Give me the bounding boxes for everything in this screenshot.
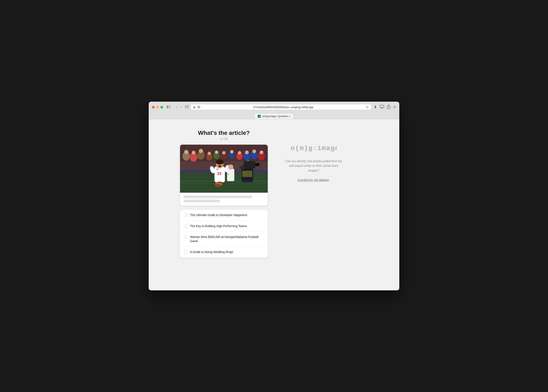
radio-2[interactable] (184, 224, 188, 228)
brand-section: o(m)g:image Can you identify real articl… (285, 130, 343, 182)
address-bar-icons (193, 106, 201, 109)
article-image: 23 G (180, 145, 268, 193)
tab-favicon: N (258, 115, 261, 118)
sidebar-icon (167, 105, 171, 108)
browser-window: ‹ › (149, 102, 399, 290)
new-tab-icon[interactable]: + (393, 104, 396, 110)
svg-text:23: 23 (217, 172, 221, 176)
address-bar[interactable]: 6732e92ed0f902000836b5aa--omgimg.netlify… (191, 104, 371, 110)
radio-3[interactable] (184, 235, 188, 239)
choice-item[interactable]: The Ultimate Guide to Developer Happines… (180, 210, 268, 221)
share-icon[interactable] (387, 105, 390, 110)
svg-rect-6 (185, 107, 187, 107)
minimize-button[interactable] (156, 106, 159, 109)
svg-rect-17 (381, 108, 383, 108)
svg-point-39 (222, 151, 226, 154)
svg-rect-7 (185, 108, 187, 108)
close-button[interactable] (152, 106, 155, 109)
image-card: 23 G (180, 145, 268, 206)
svg-point-37 (215, 150, 218, 154)
back-button[interactable]: ‹ (175, 105, 178, 109)
svg-point-27 (199, 149, 203, 153)
choice-text-3: Woman Wins $500,000 at Georgia/Alabama F… (190, 235, 264, 243)
eye-icon (197, 106, 201, 109)
page-content: What's the article? 1 / 10 (149, 119, 399, 290)
reload-button[interactable]: ↻ (366, 105, 369, 109)
title-bar: ‹ › (149, 102, 399, 119)
svg-rect-68 (291, 142, 337, 153)
content-layout: What's the article? 1 / 10 (180, 130, 368, 258)
caption-line-2 (183, 200, 220, 202)
svg-rect-3 (169, 108, 171, 108)
svg-rect-16 (381, 108, 383, 108)
svg-rect-0 (167, 105, 168, 108)
tab-bar: N o(m)g:image | Question 1 (152, 112, 396, 119)
forward-button[interactable]: › (180, 105, 182, 109)
radio-1[interactable] (184, 213, 188, 217)
svg-point-54 (228, 164, 233, 169)
toolbar-right: ⬇ + (374, 104, 396, 110)
brand-logo-svg: o(m)g:image (291, 142, 337, 153)
svg-rect-2 (169, 107, 171, 107)
choice-item[interactable]: Woman Wins $500,000 at Georgia/Alabama F… (180, 232, 268, 247)
svg-point-33 (260, 150, 263, 154)
fullscreen-button[interactable] (160, 106, 163, 109)
svg-point-29 (245, 150, 249, 154)
quiz-section: What's the article? 1 / 10 (180, 130, 268, 258)
traffic-lights (152, 106, 163, 109)
lock-icon (193, 106, 196, 109)
screen-share-icon[interactable] (380, 105, 384, 109)
tab-title: o(m)g:image | Question 1 (262, 115, 290, 118)
svg-rect-11 (187, 108, 189, 108)
choice-text-2: The Key to Building High-Performing Team… (190, 224, 247, 228)
svg-text:G: G (217, 168, 218, 171)
quiz-title: What's the article? (180, 130, 268, 136)
svg-rect-63 (240, 167, 245, 169)
svg-rect-9 (187, 106, 189, 106)
svg-point-49 (216, 160, 224, 164)
svg-rect-1 (169, 105, 171, 106)
svg-rect-60 (244, 160, 248, 162)
svg-rect-12 (194, 107, 195, 108)
brand-description-text: Can you identify real articles pulled fr… (285, 160, 342, 172)
brand-description: Can you identify real articles pulled fr… (285, 159, 343, 182)
brand-link[interactable]: A project by Jim Nielsen (298, 178, 329, 182)
choices-card: The Ultimate Guide to Developer Happines… (180, 210, 268, 258)
svg-point-14 (198, 107, 199, 108)
svg-rect-5 (185, 106, 187, 106)
svg-rect-8 (187, 105, 189, 106)
svg-point-43 (238, 151, 241, 154)
svg-point-41 (230, 150, 234, 154)
nav-controls: ‹ › (175, 105, 183, 109)
choice-item[interactable]: The Key to Building High-Performing Team… (180, 221, 268, 232)
svg-point-62 (256, 164, 258, 165)
svg-point-35 (208, 152, 211, 155)
svg-point-23 (184, 150, 188, 154)
quiz-progress: 1 / 10 (180, 137, 268, 140)
svg-point-31 (252, 149, 256, 153)
radio-4[interactable] (184, 250, 188, 254)
svg-rect-10 (187, 107, 189, 107)
svg-rect-64 (242, 171, 252, 177)
brand-logo: o(m)g:image (291, 142, 337, 155)
choice-text-1: The Ultimate Guide to Developer Happines… (190, 213, 247, 217)
reader-icon[interactable] (185, 105, 189, 109)
sidebar-toggle-button[interactable] (166, 105, 172, 109)
brand-link-suffix: . (329, 178, 330, 182)
choice-text-4: A Guide to Sizing Wedding Rings (190, 250, 233, 254)
svg-text:G: G (228, 174, 229, 175)
address-bar-row: 6732e92ed0f902000836b5aa--omgimg.netlify… (185, 104, 371, 110)
caption-line-1 (183, 196, 252, 198)
active-tab[interactable]: N o(m)g:image | Question 1 (255, 113, 293, 119)
choice-item[interactable]: A Guide to Sizing Wedding Rings (180, 247, 268, 258)
download-icon[interactable]: ⬇ (374, 105, 377, 109)
svg-point-25 (192, 151, 195, 154)
svg-rect-15 (380, 105, 384, 108)
svg-rect-58 (244, 161, 255, 168)
image-caption-area (180, 193, 268, 206)
url-text: 6732e92ed0f902000836b5aa--omgimg.netlify… (202, 106, 364, 109)
svg-rect-4 (185, 105, 187, 106)
svg-point-50 (218, 165, 221, 167)
